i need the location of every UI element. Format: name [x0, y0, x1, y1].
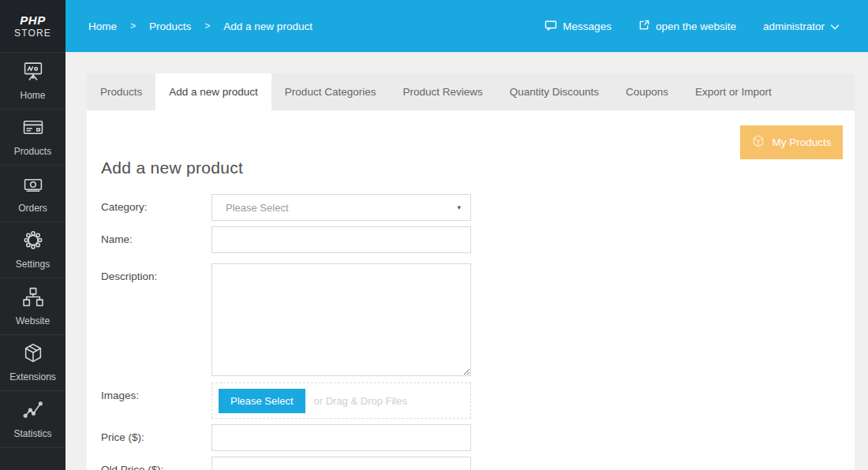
tab-product-reviews[interactable]: Product Reviews: [389, 73, 496, 110]
breadcrumb-separator: >: [204, 21, 210, 32]
sitemap-icon: [21, 286, 45, 311]
category-row: Category: Please Select ▾: [101, 194, 840, 221]
sidebar-item-home[interactable]: Home: [0, 52, 65, 109]
sidebar-item-statistics[interactable]: Statistics: [0, 390, 65, 447]
presentation-board-icon: [21, 61, 45, 85]
breadcrumb-separator: >: [130, 21, 136, 32]
app-logo: PHP STORE: [0, 0, 65, 52]
my-products-label: My Products: [772, 136, 831, 148]
credit-card-icon: [21, 117, 45, 141]
my-products-button[interactable]: My Products: [740, 125, 843, 159]
description-textarea[interactable]: [211, 263, 471, 376]
description-label: Description:: [101, 263, 211, 376]
sidebar-item-label: Website: [16, 315, 50, 326]
breadcrumb: Home > Products > Add a new product: [88, 21, 312, 32]
main-panel: Products Add a new product Product Categ…: [87, 73, 855, 470]
category-select-value: Please Select: [226, 202, 457, 214]
name-row: Name:: [101, 226, 840, 253]
tab-product-categories[interactable]: Product Categories: [271, 73, 390, 110]
panel-body: My Products Add a new product Category: …: [87, 110, 855, 470]
sidebar-item-extensions[interactable]: Extensions: [0, 334, 65, 391]
category-label: Category:: [101, 194, 211, 221]
sidebar-item-label: Extensions: [9, 371, 56, 382]
tab-bar: Products Add a new product Product Categ…: [87, 73, 855, 110]
add-product-form: Category: Please Select ▾ Name: Descript…: [101, 194, 840, 470]
logo-line-2: STORE: [14, 28, 51, 39]
sidebar-item-label: Home: [20, 90, 45, 101]
logo-line-1: PHP: [20, 13, 45, 27]
external-link-icon: [638, 19, 650, 33]
sidebar-item-label: Settings: [16, 259, 50, 270]
user-menu[interactable]: administrator: [763, 21, 840, 32]
tab-export-or-import[interactable]: Export or Import: [682, 73, 785, 110]
images-label: Images:: [101, 382, 211, 419]
category-select[interactable]: Please Select ▾: [211, 194, 471, 221]
user-menu-label: administrator: [763, 21, 825, 32]
sidebar-item-label: Orders: [18, 203, 47, 214]
sidebar-item-settings[interactable]: Settings: [0, 222, 65, 278]
tab-quantity-discounts[interactable]: Quantity Discounts: [496, 73, 612, 110]
tab-add-a-new-product[interactable]: Add a new product: [155, 73, 271, 110]
sidebar-item-website[interactable]: Website: [0, 278, 65, 334]
old-price-input[interactable]: [211, 457, 471, 470]
sidebar-item-label: Products: [14, 146, 51, 157]
sidebar-item-users-partial[interactable]: [0, 447, 65, 470]
sidebar-item-label: Statistics: [13, 428, 51, 439]
page-title: Add a new product: [101, 110, 840, 177]
drag-drop-hint: or Drag & Drop Files: [314, 395, 407, 407]
tab-products[interactable]: Products: [87, 73, 155, 110]
gear-icon: [21, 229, 45, 254]
cube-icon: [751, 134, 765, 151]
price-row: Price ($):: [101, 424, 840, 451]
topbar: Home > Products > Add a new product Mess…: [65, 0, 868, 52]
messages-link[interactable]: Messages: [544, 20, 612, 33]
name-input[interactable]: [211, 226, 471, 253]
open-website-link[interactable]: open the website: [638, 19, 736, 33]
description-row: Description:: [101, 263, 840, 376]
messages-label: Messages: [563, 21, 612, 32]
sidebar: PHP STORE Home Products: [0, 0, 65, 470]
name-label: Name:: [101, 226, 211, 253]
select-arrow-icon: ▾: [457, 203, 461, 211]
old-price-row: Old Price ($):: [101, 457, 840, 470]
breadcrumb-products[interactable]: Products: [149, 21, 191, 32]
price-input[interactable]: [211, 424, 471, 451]
chevron-down-icon: [830, 21, 840, 32]
message-bubble-icon: [544, 20, 557, 33]
topbar-right: Messages open the website administrator: [544, 19, 868, 33]
users-icon: [21, 463, 45, 470]
open-website-label: open the website: [656, 21, 736, 32]
tab-coupons[interactable]: Coupons: [612, 73, 682, 110]
sidebar-item-products[interactable]: Products: [0, 109, 65, 166]
breadcrumb-add-a-new-product[interactable]: Add a new product: [223, 21, 312, 32]
banknote-icon: [21, 173, 45, 198]
breadcrumb-home[interactable]: Home: [88, 21, 117, 32]
line-chart-icon: [21, 399, 45, 423]
price-label: Price ($):: [101, 424, 211, 451]
package-icon: [21, 342, 45, 367]
images-row: Images: Please Select or Drag & Drop Fil…: [101, 382, 840, 419]
images-dropzone[interactable]: Please Select or Drag & Drop Files: [211, 382, 471, 419]
images-select-button[interactable]: Please Select: [219, 389, 305, 413]
sidebar-item-orders[interactable]: Orders: [0, 165, 65, 222]
old-price-label: Old Price ($):: [101, 457, 211, 470]
